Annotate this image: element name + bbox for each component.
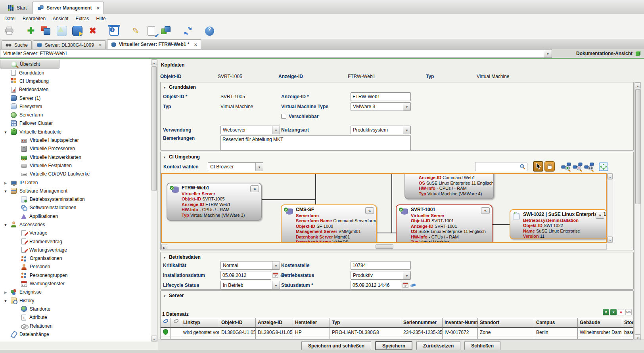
sidebar-item-wartungsfenster[interactable]: Wartungsfenster	[0, 279, 150, 288]
tab-server-dl380g4[interactable]: Server: DL380G4-1099	[33, 40, 106, 49]
scroll-down-icon[interactable]	[151, 336, 157, 342]
betriebsstatus-select[interactable]: Produktiv	[351, 271, 411, 280]
save-and-close-button[interactable]: Speichern und schließen	[301, 341, 371, 350]
sign-button[interactable]	[129, 25, 142, 37]
sidebar-item-betriebsdaten[interactable]: Betriebsdaten	[0, 86, 150, 94]
verwendung-select[interactable]: Webserver	[220, 126, 280, 134]
column-header[interactable]: Anzeige-ID	[256, 318, 293, 327]
collapse-caret-icon[interactable]	[3, 222, 8, 227]
column-header[interactable]: Standort	[478, 318, 534, 327]
delete-button[interactable]	[86, 25, 99, 37]
print-button[interactable]	[3, 25, 16, 37]
sidebar-item-applikationen[interactable]: Applikationen	[0, 212, 150, 220]
sidebar-item-wartungsvertraege[interactable]: Wartungsverträge	[0, 246, 150, 254]
sidebar-item-filesystem[interactable]: Filesystem	[0, 102, 150, 111]
promote-button[interactable]	[56, 25, 68, 37]
menu-extras[interactable]: Extras	[73, 16, 94, 21]
sidebar-item-virtuelle-cddvd[interactable]: Virtuelle CD/DVD Laufwerke	[0, 170, 150, 178]
collapse-section-icon[interactable]	[163, 154, 166, 160]
close-icon[interactable]	[99, 42, 102, 48]
dropdown-arrow-button[interactable]	[272, 281, 280, 289]
kostenstelle-input[interactable]	[351, 261, 411, 270]
column-header[interactable]: Linktyp	[181, 318, 219, 327]
dropdown-arrow-button[interactable]	[403, 126, 410, 134]
collapse-section-icon[interactable]	[163, 254, 166, 260]
sidebar-item-betriebssysteminstallation[interactable]: Betriebssysteminstallation	[0, 195, 150, 203]
ci-node-cms-sf[interactable]: V CMS-SF Serverfarm Serverfarm Name Comm…	[281, 204, 377, 243]
sidebar-item-server[interactable]: Server (1)	[0, 94, 150, 102]
run-button[interactable]	[71, 25, 84, 37]
select-cursor-button[interactable]	[533, 161, 543, 172]
expand-node-icon[interactable]	[596, 212, 604, 219]
ci-node-ftrw-web1[interactable]: V FTRW-Web1 Virtueller Server Objekt-ID …	[167, 183, 262, 221]
tab-virtueller-server-ftrw-web1[interactable]: Virtueller Server: FTRW-Web1 *	[107, 39, 201, 49]
info-button[interactable]	[108, 25, 121, 37]
menu-hilfe[interactable]: Hilfe	[94, 16, 111, 21]
kritikalitaet-select[interactable]: Normal	[220, 261, 280, 270]
collapse-section-icon[interactable]	[163, 84, 166, 90]
scrollbar-thumb[interactable]	[151, 66, 157, 191]
column-header[interactable]: Objekt-ID	[219, 318, 256, 327]
add-button[interactable]	[25, 25, 37, 37]
scroll-up-icon[interactable]	[635, 82, 641, 88]
close-icon[interactable]	[194, 42, 197, 47]
dropdown-arrow-button[interactable]	[403, 271, 410, 279]
sidebar-item-software-management[interactable]: Software Management	[0, 187, 150, 195]
save-button[interactable]: Speichern	[375, 341, 412, 350]
column-header[interactable]: Campus	[534, 318, 578, 327]
dropdown-arrow-button[interactable]	[272, 126, 280, 134]
ci-node-swi-1022[interactable]: SWI-1022 | SuSE Linux Enterprise | 1 Bet…	[510, 209, 607, 239]
object-selector-combobox[interactable]: Virtueller Server: FTRW-Web1	[0, 49, 552, 58]
close-button[interactable]: Schließen	[464, 341, 500, 350]
reset-button[interactable]: Zurücksetzen	[416, 341, 460, 350]
column-header[interactable]: Stoc	[622, 318, 633, 327]
diagram-horizontal-scrollbar[interactable]	[161, 244, 607, 250]
tab-suche[interactable]: Suche	[2, 40, 32, 49]
diagram-search-box[interactable]	[475, 162, 527, 171]
main-scrollbar[interactable]	[634, 82, 641, 341]
calendar-picker-button[interactable]	[272, 272, 279, 279]
sidebar-item-serverfarm[interactable]: Serverfarm	[0, 111, 150, 119]
lifecycle-status-select[interactable]: In Betrieb	[220, 281, 280, 290]
tab-server-management[interactable]: Server Management	[32, 2, 104, 14]
sidebar-item-grunddaten[interactable]: Grunddaten	[0, 69, 150, 77]
anzeige-id-input[interactable]	[351, 92, 411, 101]
sidebar-item-history[interactable]: History	[0, 296, 150, 305]
sidebar-item-virtuelle-hauptspeicher[interactable]: Virtuelle Hauptspeicher	[0, 136, 150, 144]
dropdown-arrow-button[interactable]	[544, 50, 552, 57]
sidebar-item-dateianhaenge[interactable]: Dateianhänge	[0, 330, 150, 338]
scrollbar-thumb[interactable]	[376, 244, 393, 249]
scroll-down-icon[interactable]	[608, 237, 613, 242]
sidebar-scrollbar[interactable]	[151, 59, 157, 342]
copy-button[interactable]	[40, 25, 53, 37]
collapse-section-icon[interactable]	[163, 293, 166, 298]
scroll-up-icon[interactable]	[608, 174, 613, 179]
sidebar-item-virtuelle-prozessoren[interactable]: Virtuelle Prozessoren	[0, 145, 150, 153]
ms-export-icon[interactable]: MS	[625, 309, 632, 315]
dropdown-arrow-button[interactable]	[403, 103, 410, 111]
pdf-export-icon[interactable]: A	[618, 309, 624, 315]
sidebar-item-vertraege[interactable]: Verträge	[0, 229, 150, 237]
expand-caret-icon[interactable]	[3, 289, 8, 295]
column-header[interactable]: Hersteller	[293, 318, 330, 327]
link-all-column[interactable]	[161, 318, 171, 327]
sidebar-item-ci-umgebung[interactable]: CI Umgebung	[0, 77, 150, 85]
dropdown-arrow-button[interactable]	[272, 261, 280, 269]
sidebar-item-virtuelle-netzwerkkarten[interactable]: Virtuelle Netzwerkkarten	[0, 153, 150, 161]
sidebar-item-failover-cluster[interactable]: Failover Cluster	[0, 119, 150, 128]
installationsdatum-input[interactable]	[220, 271, 271, 280]
verschiebbar-checkbox[interactable]	[281, 114, 286, 119]
sidebar-item-attribute[interactable]: Attribute	[0, 313, 150, 322]
calendar-picker-button[interactable]	[402, 282, 409, 288]
dropdown-arrow-button[interactable]	[255, 163, 263, 171]
collapse-node-icon[interactable]	[365, 207, 374, 214]
diagram-vertical-scrollbar[interactable]	[607, 173, 613, 243]
zoom-1-1-relations-button[interactable]: 1:1	[584, 162, 595, 172]
column-header[interactable]: Gebäude	[578, 318, 622, 327]
vm-type-select[interactable]: VMWare 3	[351, 102, 411, 111]
sidebar-item-virtuelle-festplatten[interactable]: Virtuelle Festplatten	[0, 161, 150, 170]
ci-browser-diagram[interactable]: V FTRW-Web1 Virtueller Server Objekt-ID …	[161, 173, 607, 243]
expand-caret-icon[interactable]	[3, 180, 8, 185]
statusdatum-input[interactable]	[351, 281, 401, 290]
sidebar-item-ereignisse[interactable]: Ereignisse	[0, 288, 150, 296]
